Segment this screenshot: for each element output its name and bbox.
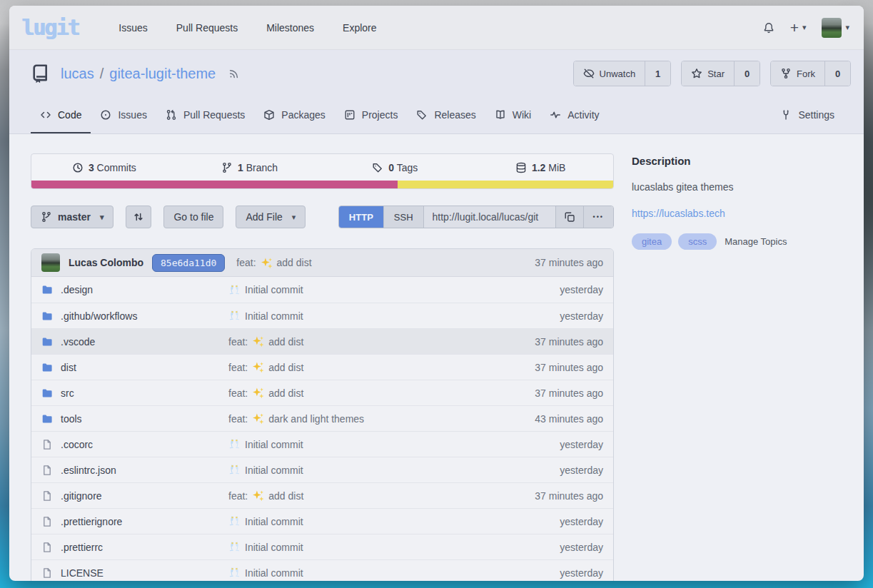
- tab-settings[interactable]: Settings: [771, 97, 844, 133]
- language-segment-2[interactable]: [398, 181, 613, 188]
- file-commit-message: feat: dark and light themes: [228, 412, 535, 425]
- app-logo[interactable]: lugit: [21, 15, 79, 40]
- file-name-link[interactable]: .gitignore: [61, 490, 102, 502]
- file-commit-message: Initial commit: [228, 464, 560, 476]
- topic-gitea[interactable]: gitea: [632, 233, 672, 250]
- copy-url-button[interactable]: [555, 206, 583, 228]
- sparkles-emoji-icon: [252, 335, 264, 348]
- commit-message-link[interactable]: dark and light themes: [268, 413, 364, 425]
- manage-topics-link[interactable]: Manage Topics: [725, 236, 787, 247]
- file-row-eslintrc-json[interactable]: .eslintrc.json Initial commit yesterday: [31, 457, 613, 482]
- star-button[interactable]: Star: [682, 61, 734, 86]
- navbar-item-pull-requests[interactable]: Pull Requests: [176, 22, 238, 34]
- file-row-design[interactable]: .design Initial commit yesterday: [31, 277, 613, 303]
- file-name-link[interactable]: .cocorc: [61, 439, 93, 450]
- repo-stats: 3 Commits 1 Branch 0 Tags 1.2 MiB: [31, 153, 614, 189]
- topic-scss[interactable]: scss: [678, 233, 717, 250]
- file-name-link[interactable]: .vscode: [61, 336, 95, 348]
- file-row-prettierignore[interactable]: .prettierignore Initial commit yesterday: [31, 508, 613, 534]
- file-commit-message: feat: add dist: [228, 490, 535, 502]
- fork-count[interactable]: 0: [824, 61, 850, 86]
- file-row-prettierrc[interactable]: .prettierrc Initial commit yesterday: [31, 534, 613, 559]
- add-file-label: Add File: [246, 211, 282, 223]
- stat-branch[interactable]: 1 Branch: [177, 162, 323, 173]
- clone-ssh-button[interactable]: SSH: [383, 206, 423, 228]
- file-row-src[interactable]: src feat: add dist 37 minutes ago: [31, 380, 613, 405]
- bell-icon[interactable]: [763, 22, 774, 34]
- file-name-link[interactable]: .design: [61, 284, 93, 295]
- branch-selector[interactable]: master ▾: [31, 206, 113, 228]
- file-row-license[interactable]: LICENSE Initial commit yesterday: [31, 559, 613, 581]
- unwatch-button[interactable]: Unwatch: [574, 61, 645, 86]
- file-row-tools[interactable]: tools feat: dark and light themes 43 min…: [31, 405, 613, 431]
- user-menu[interactable]: ▾: [822, 18, 849, 38]
- file-row-gitignore[interactable]: .gitignore feat: add dist 37 minutes ago: [31, 482, 613, 508]
- commit-message-link[interactable]: Initial commit: [245, 439, 303, 450]
- commit-message-link[interactable]: add dist: [268, 362, 303, 373]
- navbar-item-explore[interactable]: Explore: [343, 22, 376, 34]
- file-name-link[interactable]: src: [61, 387, 74, 399]
- commit-message-link[interactable]: add dist: [277, 257, 312, 268]
- tab-wiki[interactable]: Wiki: [485, 97, 540, 133]
- sparkles-emoji-icon: [261, 257, 273, 269]
- stat-mib[interactable]: 1.2 MiB: [468, 162, 613, 173]
- file-row-dist[interactable]: dist feat: add dist 37 minutes ago: [31, 354, 613, 380]
- navbar-item-issues[interactable]: Issues: [118, 22, 147, 34]
- add-file-button[interactable]: Add File ▾: [236, 206, 306, 228]
- file-commit-message: feat: add dist: [228, 335, 535, 348]
- file-row-cocorc[interactable]: .cocorc Initial commit yesterday: [31, 431, 613, 457]
- tab-packages[interactable]: Packages: [254, 97, 334, 133]
- file-row-vscode[interactable]: .vscode feat: add dist 37 minutes ago: [31, 328, 613, 354]
- rss-icon[interactable]: [228, 68, 240, 79]
- commit-message-link[interactable]: add dist: [268, 490, 303, 502]
- language-segment-1[interactable]: [31, 181, 398, 188]
- commit-author-name[interactable]: Lucas Colombo: [69, 257, 143, 268]
- champagne-emoji-icon: [228, 284, 241, 296]
- unwatch-count[interactable]: 1: [645, 61, 670, 86]
- clone-http-button[interactable]: HTTP: [339, 206, 383, 228]
- file-name-link[interactable]: LICENSE: [61, 567, 104, 579]
- commit-author-avatar[interactable]: [41, 253, 60, 272]
- repo-owner-link[interactable]: lucas: [61, 66, 94, 82]
- stat-commits[interactable]: 3 Commits: [31, 162, 177, 173]
- language-bar[interactable]: [31, 181, 613, 188]
- commit-hash-badge[interactable]: 85e6da11d0: [152, 254, 225, 272]
- tab-projects[interactable]: Projects: [335, 97, 408, 133]
- commit-message-link[interactable]: add dist: [268, 336, 303, 348]
- stat-tags[interactable]: 0 Tags: [323, 162, 468, 173]
- commit-message-link[interactable]: add dist: [268, 387, 303, 399]
- clone-url-input[interactable]: [424, 211, 555, 223]
- file-name-link[interactable]: tools: [61, 413, 82, 425]
- compare-button[interactable]: [126, 206, 151, 228]
- repo-tabs: Code Issues Pull Requests Packages Proje…: [9, 97, 864, 134]
- commit-message-link[interactable]: Initial commit: [245, 567, 303, 579]
- tab-issues[interactable]: Issues: [91, 97, 156, 133]
- more-clone-options-button[interactable]: •••: [583, 206, 613, 228]
- commit-message-link[interactable]: Initial commit: [245, 465, 303, 476]
- website-link[interactable]: https://lucaslabs.tech: [632, 208, 851, 219]
- star-count[interactable]: 0: [734, 61, 760, 86]
- create-new-button[interactable]: + ▾: [790, 20, 807, 35]
- navbar-item-milestones[interactable]: Milestones: [266, 22, 314, 34]
- file-name-link[interactable]: .prettierrc: [61, 542, 103, 553]
- champagne-emoji-icon: [228, 515, 241, 527]
- file-name-link[interactable]: .prettierignore: [61, 516, 122, 527]
- file-row-github-workflows[interactable]: .github/workflows Initial commit yesterd…: [31, 303, 613, 328]
- repo-name-link[interactable]: gitea-lugit-theme: [109, 66, 216, 82]
- commit-message-link[interactable]: Initial commit: [245, 310, 303, 322]
- go-to-file-button[interactable]: Go to file: [163, 206, 223, 228]
- tab-activity[interactable]: Activity: [540, 97, 608, 133]
- commit-message-link[interactable]: Initial commit: [245, 542, 303, 553]
- file-name-link[interactable]: .github/workflows: [61, 310, 137, 322]
- file-name-link[interactable]: .eslintrc.json: [61, 465, 116, 476]
- tab-pull-requests[interactable]: Pull Requests: [156, 97, 254, 133]
- tab-code[interactable]: Code: [31, 97, 91, 133]
- tab-releases[interactable]: Releases: [407, 97, 485, 133]
- file-name-link[interactable]: dist: [61, 362, 76, 373]
- commit-message-link[interactable]: Initial commit: [245, 284, 303, 295]
- commit-message-link[interactable]: Initial commit: [245, 516, 303, 527]
- tab-label: Releases: [434, 109, 475, 121]
- file-commit-date: yesterday: [560, 516, 603, 527]
- fork-button[interactable]: Fork: [771, 61, 824, 86]
- top-navbar: lugit IssuesPull RequestsMilestonesExplo…: [9, 6, 864, 50]
